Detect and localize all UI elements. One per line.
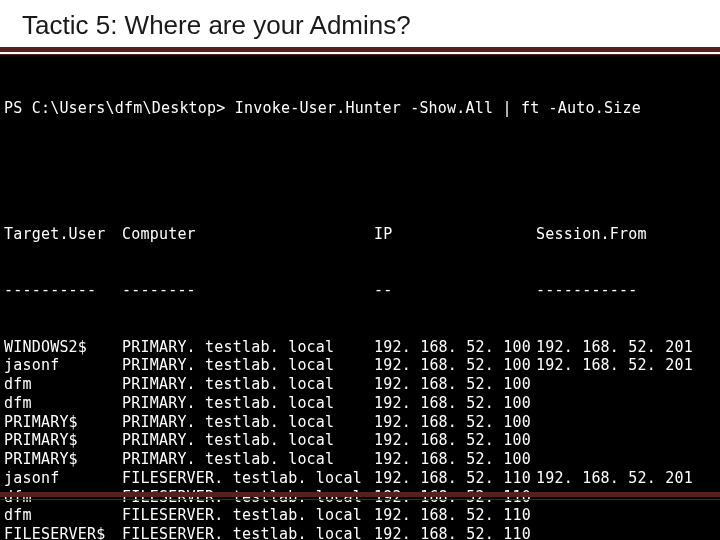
cell-target-user: dfm	[4, 506, 122, 525]
cell-ip: 192. 168. 52. 100	[374, 394, 536, 413]
cell-target-user: PRIMARY$	[4, 450, 122, 469]
cell-computer: PRIMARY. testlab. local	[122, 375, 374, 394]
cell-target-user: jasonf	[4, 356, 122, 375]
col-header-session-from: Session.From	[536, 225, 716, 244]
cell-session-from	[536, 506, 716, 525]
table-row: PRIMARY$PRIMARY. testlab. local192. 168.…	[4, 413, 716, 432]
sep-computer: --------	[122, 281, 374, 300]
table-row: PRIMARY$PRIMARY. testlab. local192. 168.…	[4, 431, 716, 450]
cell-session-from	[536, 413, 716, 432]
table-row: PRIMARY$PRIMARY. testlab. local192. 168.…	[4, 450, 716, 469]
cell-computer: FILESERVER. testlab. local	[122, 525, 374, 540]
cell-target-user: dfm	[4, 375, 122, 394]
table-row: dfmFILESERVER. testlab. local192. 168. 5…	[4, 506, 716, 525]
cell-target-user: dfm	[4, 394, 122, 413]
cell-session-from	[536, 450, 716, 469]
cell-ip: 192. 168. 52. 100	[374, 450, 536, 469]
cell-session-from: 192. 168. 52. 201	[536, 338, 716, 357]
slide-title-bar: Tactic 5: Where are your Admins?	[0, 0, 720, 47]
cell-session-from	[536, 525, 716, 540]
col-header-target-user: Target.User	[4, 225, 122, 244]
cell-ip: 192. 168. 52. 100	[374, 413, 536, 432]
col-header-computer: Computer	[122, 225, 374, 244]
table-row: jasonfPRIMARY. testlab. local192. 168. 5…	[4, 356, 716, 375]
title-rule-thick	[0, 47, 720, 52]
table-row: WINDOWS2$PRIMARY. testlab. local192. 168…	[4, 338, 716, 357]
cell-computer: FILESERVER. testlab. local	[122, 469, 374, 488]
cell-target-user: WINDOWS2$	[4, 338, 122, 357]
cell-ip: 192. 168. 52. 110	[374, 525, 536, 540]
footer-rule-thick	[0, 492, 720, 497]
cell-session-from: 192. 168. 52. 201	[536, 469, 716, 488]
cell-computer: PRIMARY. testlab. local	[122, 338, 374, 357]
cell-target-user: PRIMARY$	[4, 413, 122, 432]
terminal-output: PS C:\Users\dfm\Desktop> Invoke-User.Hun…	[0, 55, 720, 540]
cell-session-from	[536, 394, 716, 413]
footer-rule-thin	[0, 499, 720, 500]
cell-target-user: FILESERVER$	[4, 525, 122, 540]
cell-ip: 192. 168. 52. 100	[374, 356, 536, 375]
slide: Tactic 5: Where are your Admins? PS C:\U…	[0, 0, 720, 540]
col-header-ip: IP	[374, 225, 536, 244]
cell-ip: 192. 168. 52. 110	[374, 506, 536, 525]
cell-ip: 192. 168. 52. 100	[374, 338, 536, 357]
sep-session-from: -----------	[536, 281, 716, 300]
table-row: dfmPRIMARY. testlab. local192. 168. 52. …	[4, 394, 716, 413]
table-row: FILESERVER$FILESERVER. testlab. local192…	[4, 525, 716, 540]
cell-computer: FILESERVER. testlab. local	[122, 506, 374, 525]
cell-target-user: PRIMARY$	[4, 431, 122, 450]
table-header-row: Target.User Computer IP Session.From	[4, 225, 716, 244]
sep-ip: --	[374, 281, 536, 300]
cell-computer: PRIMARY. testlab. local	[122, 450, 374, 469]
cell-computer: PRIMARY. testlab. local	[122, 431, 374, 450]
cell-session-from: 192. 168. 52. 201	[536, 356, 716, 375]
cell-session-from	[536, 431, 716, 450]
cell-computer: PRIMARY. testlab. local	[122, 356, 374, 375]
slide-title: Tactic 5: Where are your Admins?	[22, 10, 411, 40]
cell-ip: 192. 168. 52. 110	[374, 469, 536, 488]
terminal-prompt-line: PS C:\Users\dfm\Desktop> Invoke-User.Hun…	[4, 99, 716, 118]
cell-target-user: jasonf	[4, 469, 122, 488]
cell-computer: PRIMARY. testlab. local	[122, 413, 374, 432]
table-separator-row: ---------- -------- -- -----------	[4, 281, 716, 300]
cell-computer: PRIMARY. testlab. local	[122, 394, 374, 413]
cell-session-from	[536, 375, 716, 394]
sep-target-user: ----------	[4, 281, 122, 300]
table-row: jasonfFILESERVER. testlab. local192. 168…	[4, 469, 716, 488]
cell-ip: 192. 168. 52. 100	[374, 431, 536, 450]
footer-rule	[0, 492, 720, 500]
terminal-table: Target.User Computer IP Session.From ---…	[4, 188, 716, 541]
cell-ip: 192. 168. 52. 100	[374, 375, 536, 394]
table-row: dfmPRIMARY. testlab. local192. 168. 52. …	[4, 375, 716, 394]
